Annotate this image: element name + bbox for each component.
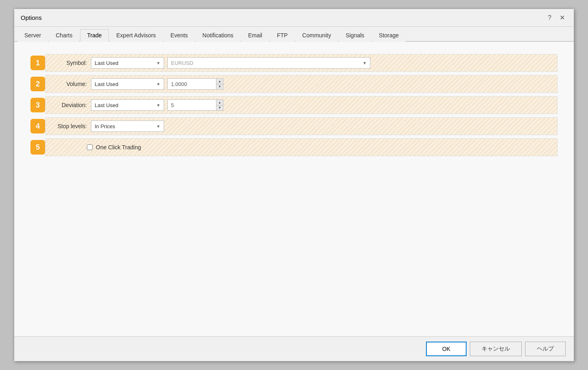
one-click-trading-row: 5 One Click Trading [30, 138, 558, 156]
title-bar: Options ? ✕ [14, 9, 574, 27]
step-1-badge: 1 [30, 56, 45, 70]
symbol-field-row: Symbol: Last Used ▼ EURUSD ▼ [45, 54, 558, 72]
one-click-trading-checkbox[interactable] [87, 144, 93, 150]
one-click-trading-field-row: One Click Trading [45, 138, 558, 156]
stop-levels-dropdown-arrow: ▼ [156, 124, 160, 129]
symbol-dropdown-arrow: ▼ [156, 61, 160, 65]
tab-charts[interactable]: Charts [49, 29, 79, 42]
close-button[interactable]: ✕ [557, 13, 567, 22]
volume-row: 2 Volume: Last Used ▼ 1.0000 ▲ ▼ [30, 75, 558, 93]
tab-storage[interactable]: Storage [372, 29, 406, 42]
volume-spin-down[interactable]: ▼ [216, 84, 223, 90]
step-4-badge: 4 [30, 119, 45, 133]
tab-ftp[interactable]: FTP [270, 29, 294, 42]
step-3-badge: 3 [30, 98, 45, 112]
symbol-dropdown[interactable]: Last Used ▼ [91, 57, 164, 69]
tab-bar: Server Charts Trade Expert Advisors Even… [14, 27, 574, 42]
deviation-value-input: 5 ▲ ▼ [167, 99, 223, 111]
deviation-row: 3 Deviation: Last Used ▼ 5 ▲ ▼ [30, 96, 558, 114]
deviation-spin-down[interactable]: ▼ [216, 105, 223, 111]
tab-community[interactable]: Community [295, 29, 338, 42]
symbol-row: 1 Symbol: Last Used ▼ EURUSD ▼ [30, 54, 558, 72]
step-2-badge: 2 [30, 77, 45, 91]
deviation-value-field: 5 [167, 99, 216, 111]
volume-value-field: 1.0000 [167, 78, 216, 90]
step-5-badge: 5 [30, 140, 45, 155]
one-click-trading-label: One Click Trading [96, 144, 141, 151]
volume-value-input: 1.0000 ▲ ▼ [167, 78, 223, 90]
symbol-label: Symbol: [50, 60, 87, 66]
volume-spin-up[interactable]: ▲ [216, 79, 223, 84]
cancel-button[interactable]: キャンセル [470, 342, 522, 356]
help-button[interactable]: ? [545, 13, 554, 22]
deviation-dropdown-arrow: ▼ [156, 103, 160, 108]
symbol-value-dropdown[interactable]: EURUSD ▼ [167, 57, 370, 69]
stop-levels-field-row: Stop levels: In Prices ▼ [45, 117, 558, 135]
options-dialog: Options ? ✕ Server Charts Trade Expert A… [14, 9, 574, 361]
tab-email[interactable]: Email [241, 29, 269, 42]
title-buttons: ? ✕ [545, 13, 567, 22]
help-footer-button[interactable]: ヘルプ [525, 342, 566, 356]
ok-button[interactable]: OK [426, 342, 467, 356]
tab-server[interactable]: Server [17, 29, 48, 42]
tab-signals[interactable]: Signals [339, 29, 371, 42]
stop-levels-label: Stop levels: [50, 123, 87, 129]
volume-dropdown-arrow: ▼ [156, 82, 160, 86]
deviation-dropdown[interactable]: Last Used ▼ [91, 99, 164, 111]
stop-levels-dropdown[interactable]: In Prices ▼ [91, 120, 164, 132]
dialog-footer: OK キャンセル ヘルプ [14, 336, 574, 361]
stop-levels-row: 4 Stop levels: In Prices ▼ [30, 117, 558, 135]
deviation-field-row: Deviation: Last Used ▼ 5 ▲ ▼ [45, 96, 558, 114]
tab-events[interactable]: Events [164, 29, 195, 42]
volume-label: Volume: [50, 81, 87, 87]
eurusd-dropdown-arrow: ▼ [363, 61, 367, 65]
one-click-trading-checkbox-container: One Click Trading [87, 144, 141, 151]
tab-content: 1 Symbol: Last Used ▼ EURUSD ▼ 2 Volume: [14, 42, 574, 336]
tab-expert-advisors[interactable]: Expert Advisors [110, 29, 163, 42]
deviation-spin-up[interactable]: ▲ [216, 100, 223, 105]
dialog-title: Options [21, 14, 42, 21]
tab-notifications[interactable]: Notifications [196, 29, 240, 42]
volume-spinners: ▲ ▼ [216, 78, 223, 90]
volume-dropdown[interactable]: Last Used ▼ [91, 78, 164, 90]
volume-field-row: Volume: Last Used ▼ 1.0000 ▲ ▼ [45, 75, 558, 93]
tab-trade[interactable]: Trade [80, 29, 108, 42]
deviation-label: Deviation: [50, 102, 87, 108]
deviation-spinners: ▲ ▼ [216, 99, 223, 111]
